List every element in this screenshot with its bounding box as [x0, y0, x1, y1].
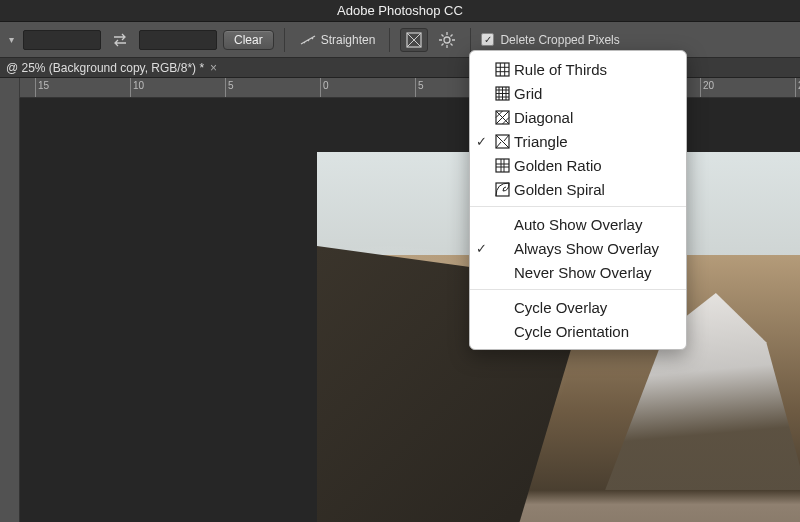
menu-separator — [470, 289, 686, 290]
close-icon[interactable]: × — [210, 61, 217, 75]
overlay-options-menu: Rule of Thirds Grid Diagonal ✓ Triangle … — [469, 50, 687, 350]
menu-separator — [470, 206, 686, 207]
menu-item-grid[interactable]: Grid — [470, 81, 686, 105]
menu-item-diagonal[interactable]: Diagonal — [470, 105, 686, 129]
document-tab[interactable]: @ 25% (Background copy, RGB/8*) * × — [0, 59, 223, 77]
document-tab-label: @ 25% (Background copy, RGB/8*) * — [6, 61, 204, 75]
ruler-corner — [0, 78, 20, 98]
menu-item-golden-ratio[interactable]: Golden Ratio — [470, 153, 686, 177]
clear-button[interactable]: Clear — [223, 30, 274, 50]
triangle-icon — [492, 134, 512, 149]
menu-item-golden-spiral[interactable]: Golden Spiral — [470, 177, 686, 201]
thirds-icon — [492, 62, 512, 77]
swap-dimensions-button[interactable] — [107, 28, 133, 52]
diagonal-icon — [492, 110, 512, 125]
menu-item-cycle-overlay[interactable]: Cycle Overlay — [470, 295, 686, 319]
vertical-ruler — [0, 98, 20, 522]
menu-item-auto-show-overlay[interactable]: Auto Show Overlay — [470, 212, 686, 236]
overlay-options-button[interactable] — [400, 28, 428, 52]
delete-cropped-label: Delete Cropped Pixels — [500, 33, 619, 47]
swap-icon — [111, 31, 129, 49]
checkmark-icon: ✓ — [470, 134, 492, 149]
menu-item-rule-of-thirds[interactable]: Rule of Thirds — [470, 57, 686, 81]
delete-cropped-checkbox[interactable]: ✓ — [481, 33, 494, 46]
menu-item-always-show-overlay[interactable]: ✓ Always Show Overlay — [470, 236, 686, 260]
gear-icon — [438, 31, 456, 49]
straighten-button[interactable]: Straighten — [295, 28, 380, 52]
straighten-label: Straighten — [321, 33, 376, 47]
svg-rect-6 — [496, 159, 509, 172]
svg-point-1 — [444, 37, 450, 43]
overlay-grid-icon — [405, 31, 423, 49]
crop-height-input[interactable] — [139, 30, 217, 50]
golden-spiral-icon — [492, 182, 512, 197]
crop-width-input[interactable] — [23, 30, 101, 50]
menu-item-cycle-orientation[interactable]: Cycle Orientation — [470, 319, 686, 343]
ratio-preset-dropdown[interactable]: ▾ — [5, 30, 17, 50]
checkmark-icon: ✓ — [470, 241, 492, 256]
menu-item-never-show-overlay[interactable]: Never Show Overlay — [470, 260, 686, 284]
menu-item-triangle[interactable]: ✓ Triangle — [470, 129, 686, 153]
grid-icon — [492, 86, 512, 101]
golden-ratio-icon — [492, 158, 512, 173]
app-titlebar: Adobe Photoshop CC — [0, 0, 800, 22]
separator — [389, 28, 390, 52]
crop-settings-button[interactable] — [434, 28, 460, 52]
separator — [284, 28, 285, 52]
level-icon — [299, 31, 317, 49]
app-title: Adobe Photoshop CC — [337, 3, 463, 18]
svg-rect-2 — [496, 63, 509, 76]
separator — [470, 28, 471, 52]
